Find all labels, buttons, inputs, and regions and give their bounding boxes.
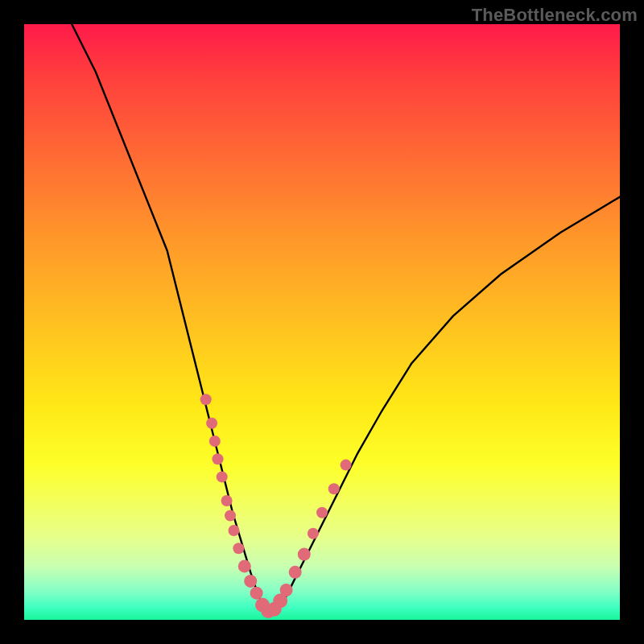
highlight-dot xyxy=(238,559,251,572)
highlight-dot xyxy=(308,528,319,539)
highlight-dot xyxy=(213,453,224,464)
highlight-dot xyxy=(225,510,236,522)
highlight-dot xyxy=(217,471,228,482)
highlight-dot xyxy=(244,575,257,588)
plot-area xyxy=(24,24,620,620)
highlighted-dots-group xyxy=(200,394,352,618)
watermark-text: TheBottleneck.com xyxy=(472,5,638,26)
highlight-dot xyxy=(250,587,263,600)
highlight-dot xyxy=(328,483,340,494)
chart-frame: TheBottleneck.com xyxy=(0,0,644,644)
highlight-dot xyxy=(233,543,244,554)
highlight-dot xyxy=(206,418,217,429)
highlight-dot xyxy=(229,525,240,536)
highlight-dot xyxy=(221,495,233,506)
highlight-dot xyxy=(200,394,212,405)
highlight-dot xyxy=(280,584,293,597)
highlight-dot xyxy=(289,566,302,579)
highlight-dot xyxy=(316,507,328,518)
highlight-dot xyxy=(209,436,221,447)
bottleneck-curve xyxy=(72,24,620,613)
highlight-dot xyxy=(298,548,311,561)
chart-svg xyxy=(24,24,620,620)
highlight-dot xyxy=(341,460,352,471)
